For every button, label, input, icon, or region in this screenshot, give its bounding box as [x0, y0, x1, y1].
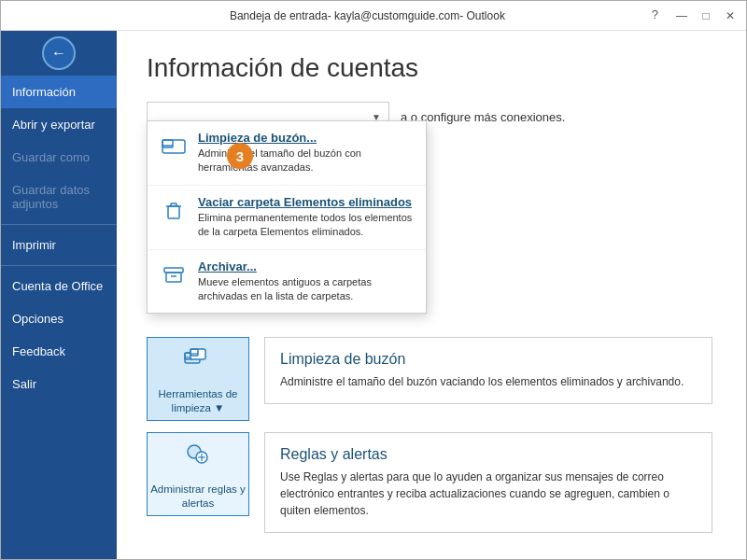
sidebar-item-imprimir[interactable]: Imprimir: [1, 229, 117, 261]
limpieza-card-text: Administre el tamaño del buzón vaciando …: [280, 373, 697, 390]
svg-rect-9: [166, 273, 181, 282]
cleanup-tools-button[interactable]: Herramientas de limpieza ▼: [147, 337, 249, 421]
back-button[interactable]: ←: [42, 36, 76, 70]
dropdown-item-limpieza-title: Limpieza de buzón...: [198, 131, 415, 145]
rules-icon: [181, 439, 215, 479]
sidebar-item-cuenta-office[interactable]: Cuenta de Office: [1, 270, 117, 302]
close-button[interactable]: ✕: [722, 7, 739, 24]
dropdown-item-vaciar-title: Vaciar carpeta Elementos eliminados: [198, 195, 415, 209]
cleanup-icon: [181, 343, 215, 384]
dropdown-item-archivar-title: Archivar...: [198, 259, 415, 273]
title-bar-controls: ? — □ ✕: [652, 7, 739, 24]
sidebar-item-abrir-exportar[interactable]: Abrir y exportar: [1, 108, 117, 141]
dropdown-item-archivar[interactable]: Archivar... Mueve elementos antiguos a c…: [148, 250, 426, 314]
reglas-card: Reglas y alertas Use Reglas y alertas pa…: [264, 432, 712, 533]
dropdown-item-archivar-desc: Mueve elementos antiguos a carpetas arch…: [198, 275, 415, 304]
dropdown-menu: Limpieza de buzón... Administra el tamañ…: [147, 120, 427, 314]
admin-rules-button[interactable]: Administrar reglas y alertas: [147, 432, 249, 516]
help-button[interactable]: ?: [652, 7, 658, 24]
dropdown-item-vaciar-desc: Elimina permanentemente todos los elemen…: [198, 211, 415, 240]
sidebar-item-guardar-como: Guardar como: [1, 141, 117, 174]
sidebar-divider-2: [1, 265, 117, 266]
dropdown-item-archivar-text: Archivar... Mueve elementos antiguos a c…: [198, 259, 415, 304]
admin-rules-label: Administrar reglas y alertas: [148, 483, 248, 511]
minimize-button[interactable]: —: [673, 7, 690, 24]
mailbox-clean-icon: [159, 131, 189, 161]
cleanup-tools-label: Herramientas de limpieza ▼: [148, 387, 248, 415]
svg-rect-0: [162, 140, 185, 153]
sidebar-item-guardar-datos: Guardar datos adjuntos: [1, 174, 117, 220]
reglas-card-text: Use Reglas y alertas para que lo ayuden …: [280, 469, 697, 519]
svg-rect-3: [168, 206, 179, 218]
sidebar-item-feedback[interactable]: Feedback: [1, 335, 117, 368]
sidebar-divider-1: [1, 224, 117, 225]
page-title: Información de cuentas: [147, 53, 716, 83]
title-bar-title: Bandeja de entrada- kayla@customguide.co…: [83, 9, 652, 22]
limpieza-card-title: Limpieza de buzón: [280, 351, 697, 368]
restore-button[interactable]: □: [698, 7, 714, 24]
main-layout: ← Información Abrir y exportar Guardar c…: [1, 31, 746, 559]
svg-rect-1: [162, 140, 173, 147]
title-bar: Bandeja de entrada- kayla@customguide.co…: [1, 1, 746, 31]
trash-icon: [159, 195, 189, 225]
sidebar: ← Información Abrir y exportar Guardar c…: [1, 31, 117, 559]
badge-3: 3: [227, 143, 253, 169]
dropdown-item-vaciar-text: Vaciar carpeta Elementos eliminados Elim…: [198, 195, 415, 240]
sidebar-item-opciones[interactable]: Opciones: [1, 302, 117, 335]
reglas-card-title: Reglas y alertas: [280, 446, 697, 463]
dropdown-item-limpieza[interactable]: Limpieza de buzón... Administra el tamañ…: [148, 121, 426, 186]
sidebar-top: ←: [1, 31, 117, 76]
sidebar-item-informacion[interactable]: Información: [1, 76, 117, 108]
sidebar-item-salir[interactable]: Salir: [1, 368, 117, 400]
content-area: Información de cuentas ▼ a o configure m…: [117, 31, 746, 559]
dropdown-item-vaciar[interactable]: Vaciar carpeta Elementos eliminados Elim…: [148, 186, 426, 250]
archive-icon: [159, 259, 189, 289]
limpieza-card: Limpieza de buzón Administre el tamaño d…: [264, 337, 712, 404]
back-icon: ←: [51, 45, 66, 62]
